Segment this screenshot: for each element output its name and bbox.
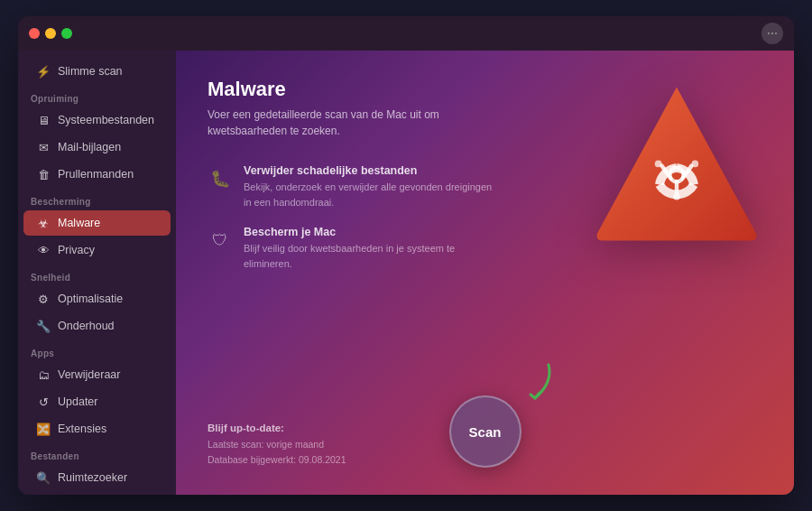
malware-illustration	[586, 78, 767, 249]
extensies-icon: 🔀	[36, 422, 51, 436]
ruimtezoeker-icon: 🔍	[36, 470, 51, 485]
feature-text-bescherm: Bescherm je Mac Blijf veilig door kwetsb…	[244, 226, 496, 271]
main-area: ⚡ Slimme scan Opruiming 🖥 Systeembestand…	[18, 51, 794, 495]
titlebar: ⋯	[18, 16, 794, 51]
feature-title-verwijder: Verwijder schadelijke bestanden	[244, 164, 496, 177]
page-title: Malware	[208, 78, 762, 101]
gear-button[interactable]: ⋯	[761, 23, 783, 44]
maximize-button[interactable]	[61, 28, 72, 39]
privacy-icon: 👁	[36, 243, 51, 257]
extensies-label: Extensies	[58, 423, 106, 435]
section-label-apps: Apps	[18, 339, 176, 361]
sidebar-item-prullenmanden[interactable]: 🗑 Prullenmanden	[23, 162, 171, 187]
sidebar-item-ruimtezoeker[interactable]: 🔍 Ruimtezoeker	[23, 465, 171, 490]
main-content: Malware Voer een gedetailleerde scan van…	[176, 51, 794, 495]
page-subtitle: Voer een gedetailleerde scan van de Mac …	[208, 107, 460, 139]
app-window: ⋯ ⚡ Slimme scan Opruiming 🖥 Systeembesta…	[18, 16, 794, 495]
slimme-scan-label: Slimme scan	[58, 65, 123, 78]
sidebar-item-optimalisatie[interactable]: ⚙ Optimalisatie	[23, 286, 171, 311]
prullenmanden-icon: 🗑	[36, 167, 51, 181]
sidebar-item-privacy[interactable]: 👁 Privacy	[23, 237, 171, 263]
onderhoud-label: Onderhoud	[58, 320, 115, 332]
section-label-snelheid: Snelheid	[18, 264, 176, 285]
mail-bijlagen-label: Mail-bijlagen	[58, 141, 121, 153]
sidebar-item-slimme-scan[interactable]: ⚡ Slimme scan	[23, 59, 171, 84]
svg-line-2	[662, 166, 671, 179]
feature-item-verwijder: 🐛 Verwijder schadelijke bestanden Bekijk…	[208, 164, 496, 209]
traffic-lights	[29, 28, 72, 39]
svg-point-0	[669, 168, 683, 181]
minimize-button[interactable]	[45, 28, 56, 39]
feature-title-bescherm: Bescherm je Mac	[244, 226, 496, 238]
feature-desc-bescherm: Blijf veilig door kwetsbaarheden in je s…	[244, 241, 496, 271]
bug-icon: 🐛	[208, 166, 233, 191]
slimme-scan-icon: ⚡	[36, 64, 51, 79]
svg-point-4	[673, 193, 680, 200]
section-label-bescherming: Bescherming	[18, 188, 176, 209]
sidebar-item-mail-bijlagen[interactable]: ✉ Mail-bijlagen	[23, 135, 171, 160]
close-button[interactable]	[29, 28, 40, 39]
feature-item-bescherm: 🛡 Bescherm je Mac Blijf veilig door kwet…	[208, 226, 496, 271]
prullenmanden-label: Prullenmanden	[58, 168, 134, 181]
malware-icon: ☣	[36, 216, 51, 230]
sidebar: ⚡ Slimme scan Opruiming 🖥 Systeembestand…	[18, 51, 176, 495]
shield-icon: 🛡	[208, 228, 233, 253]
systeembestanden-label: Systeembestanden	[58, 114, 154, 126]
malware-label: Malware	[58, 217, 100, 229]
onderhoud-icon: 🔧	[36, 319, 51, 333]
sidebar-item-onderhoud[interactable]: 🔧 Onderhoud	[23, 313, 171, 339]
sidebar-item-systeembestanden[interactable]: 🖥 Systeembestanden	[23, 107, 171, 133]
systeembestanden-icon: 🖥	[36, 113, 51, 127]
sidebar-item-extensies[interactable]: 🔀 Extensies	[23, 416, 171, 441]
svg-point-5	[655, 161, 662, 168]
gear-icon: ⋯	[767, 27, 778, 40]
optimalisatie-label: Optimalisatie	[58, 293, 123, 305]
svg-line-3	[683, 166, 692, 179]
scan-button-area: Scan	[449, 395, 521, 468]
scan-button[interactable]: Scan	[449, 395, 521, 468]
verwijderaar-label: Verwijderaar	[58, 368, 120, 381]
mail-bijlagen-icon: ✉	[36, 140, 51, 154]
svg-point-6	[692, 161, 699, 168]
verwijderaar-icon: 🗂	[36, 367, 51, 382]
optimalisatie-icon: ⚙	[36, 292, 51, 306]
feature-text-verwijder: Verwijder schadelijke bestanden Bekijk, …	[244, 164, 496, 209]
updater-icon: ↺	[36, 395, 51, 409]
ruimtezoeker-label: Ruimtezoeker	[58, 471, 127, 484]
section-label-opruiming: Opruiming	[18, 85, 176, 107]
sidebar-item-verwijderaar[interactable]: 🗂 Verwijderaar	[23, 362, 171, 387]
sidebar-item-updater[interactable]: ↺ Updater	[23, 389, 171, 414]
section-label-bestanden: Bestanden	[18, 442, 176, 464]
sidebar-item-groot-en-oud[interactable]: 📁 Groot en oud	[23, 492, 171, 495]
privacy-label: Privacy	[58, 244, 95, 256]
feature-desc-verwijder: Bekijk, onderzoek en verwijder alle gevo…	[244, 180, 496, 209]
sidebar-item-malware[interactable]: ☣ Malware	[23, 210, 171, 236]
updater-label: Updater	[58, 395, 97, 408]
